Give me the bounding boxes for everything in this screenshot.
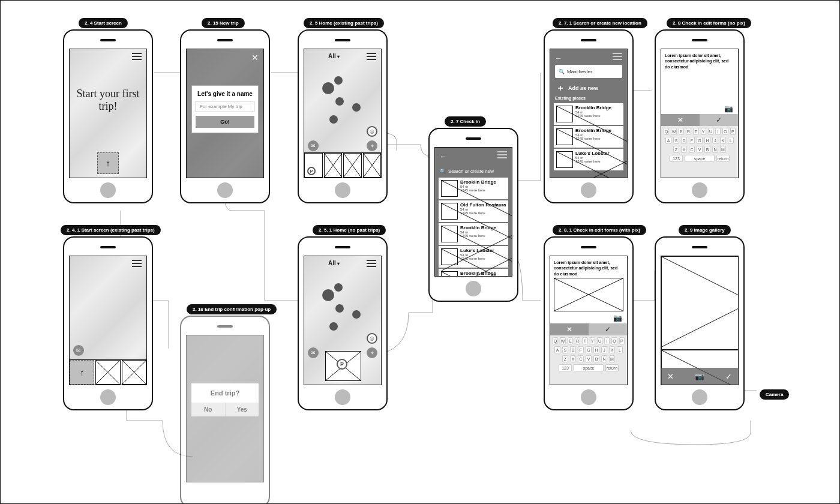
svg-line-31 [662,257,739,347]
menu-icon[interactable] [367,53,376,60]
phone-home-nopast: All ◎ ⌖ ✉ P [298,236,388,410]
label-camera: Camera [760,389,789,400]
close-icon[interactable]: ✕ [251,53,259,62]
thumb[interactable]: P [304,153,323,178]
start-hero: Start your first trip! [76,88,140,113]
home-button[interactable] [335,389,350,405]
note-text[interactable]: Lorem ipsum dolor sit amet, consectetur … [665,53,734,70]
place-list: Brooklin Bridge54 m1245 were hereBrookli… [554,103,623,170]
attached-image[interactable] [554,278,623,311]
gallery-footer: ✕ 📷 ✓ [661,368,738,385]
camera-icon[interactable]: 📷 [613,314,622,322]
keyboard[interactable]: QWERTYUIOPASDFGHJKLZXCVBNM123spacereturn [661,126,738,178]
chip-pin-icon[interactable]: ⌖ [367,140,377,151]
menu-icon[interactable] [132,260,142,267]
home-button[interactable] [581,389,596,405]
thumb-row: ↑ [70,359,146,385]
home-button[interactable] [581,182,596,198]
tripname-input[interactable]: For example My trip [196,101,254,112]
active-trip-card[interactable]: P [325,351,361,381]
phone-start-existing: ✉ ↑ [63,236,153,410]
phone-endtrip: End trip? No Yes [180,316,270,504]
back-icon[interactable]: ← [555,54,562,62]
label-start-existing: 2. 4. 1 Start screen (existing past trip… [61,225,161,235]
svg-line-14 [442,272,512,277]
thumb[interactable] [122,360,146,385]
cancel-button[interactable]: ✕ [550,323,589,335]
svg-line-20 [557,152,628,178]
cancel-icon[interactable]: ✕ [667,372,674,381]
keyboard[interactable]: QWERTYUIOPASDFGHJKLZXCVBNM123spacereturn [550,335,627,385]
phone-start: Start your first trip! ↑ [63,29,153,203]
add-new-button[interactable]: ＋ Add as new [550,79,627,97]
place-list: Brooklin Bridge54 m1245 were hereOld Ful… [439,178,508,277]
phone-newtrip: ✕ Let's give it a name For example My tr… [180,29,270,203]
place-item[interactable]: Luke's Lobster54 m1245 were here [439,246,508,268]
place-item[interactable]: Old Fulton Restaura54 m1245 were here [439,200,508,222]
label-endtrip: 2. 16 End trip confirmation pop-up [187,304,277,314]
search-row[interactable]: 🔍 Search or create new [440,164,507,178]
thumb[interactable] [324,153,343,178]
start-upload[interactable]: ↑ [97,152,119,174]
note-text[interactable]: Lorem ipsum dolor sit amet, consectetur … [554,260,623,277]
chip-mail-icon[interactable]: ✉ [73,345,84,356]
label-home: 2. 5 Home (existing past trips) [304,18,384,28]
menu-icon[interactable] [132,53,142,60]
search-icon: 🔍 [440,169,446,174]
home-button[interactable] [466,281,481,296]
home-button[interactable] [692,389,707,405]
thumb[interactable] [343,153,362,178]
search-input[interactable]: 🔍 Manchester [555,65,622,78]
chip-pin-icon[interactable]: ⌖ [367,347,377,358]
label-home-nopast: 2. 5. 1 Home (no past trips) [313,225,386,235]
cancel-button[interactable]: ✕ [661,114,700,126]
label-start: 2. 4 Start screen [79,18,128,28]
confirm-button[interactable]: ✓ [700,114,738,126]
label-checkin: 2. 7 Check in [445,116,486,127]
phone-edit-nopix: Lorem ipsum dolor sit amet, consectetur … [655,29,745,203]
place-item[interactable]: Brooklin Bridge54 m1245 were here [554,126,623,148]
label-editform-pix: 2. 8. 1 Check in edit forms (with pix) [553,225,646,235]
menu-icon[interactable] [497,151,507,158]
place-item[interactable]: Brooklin Bridge54 m1245 were here [439,223,508,245]
menu-icon[interactable] [367,260,376,267]
add-thumb[interactable]: ↑ [70,360,94,385]
menu-icon[interactable] [613,53,622,60]
section-existing: Existing places [555,96,586,100]
label-newtrip: 2. 15 New trip [202,18,245,28]
camera-icon[interactable]: 📷 [724,104,733,113]
confirm-icon[interactable]: ✓ [725,372,732,381]
plus-icon: ＋ [556,84,565,92]
camera-icon[interactable]: 📷 [695,372,704,381]
no-button[interactable]: No [191,403,226,416]
filter-all[interactable]: All [328,260,340,266]
place-item[interactable]: Brooklin Bridge54 m1245 were here [439,178,508,199]
home-button[interactable] [100,389,116,405]
svg-line-21 [557,152,628,178]
confirm-button[interactable]: ✓ [589,323,627,335]
thumb[interactable] [363,153,382,178]
image-grid: ✓ [661,256,738,385]
label-editform-nopix: 2. 8 Check in edit forms (no pix) [667,18,751,28]
image-cell[interactable] [661,256,739,350]
search-icon: 🔍 [559,69,565,74]
thumb[interactable] [95,360,120,385]
yes-button[interactable]: Yes [226,403,259,416]
label-gallery: 2. 9 Image gallery [679,225,731,235]
thumb-row: P [304,152,381,178]
chip-mail-icon[interactable]: ✉ [308,140,319,151]
phone-checkin: ← 🔍 Search or create new Brooklin Bridge… [428,128,518,302]
place-item[interactable]: Luke's Lobster54 m1245 were here [554,149,623,170]
chip-location-icon[interactable]: ◎ [367,126,377,137]
home-button[interactable] [692,182,707,198]
filter-all[interactable]: All [328,53,340,59]
chip-location-icon[interactable]: ◎ [367,333,377,344]
back-icon[interactable]: ← [440,152,447,161]
home-button[interactable] [100,182,116,198]
home-button[interactable] [217,182,233,198]
home-button[interactable] [335,182,350,198]
endtrip-question: End trip? [191,383,259,403]
chip-mail-icon[interactable]: ✉ [308,347,319,358]
go-button[interactable]: Go! [196,116,254,128]
place-item[interactable]: Brooklin Bridge54 m1245 were here [554,103,623,125]
